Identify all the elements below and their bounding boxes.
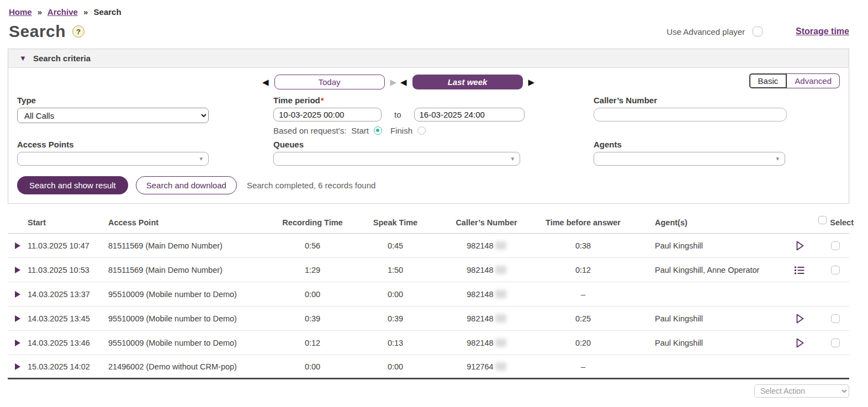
play-outline-icon[interactable]: [793, 336, 806, 350]
queues-label: Queues: [273, 140, 520, 149]
finish-radio[interactable]: [417, 126, 426, 135]
row-agents: Paul Kingshill: [633, 339, 776, 347]
table-row: 14.03.2025 13:45 95510009 (Mobile number…: [8, 306, 849, 331]
chevron-down-icon: ▾: [776, 155, 779, 162]
chevron-down-icon: ▾: [199, 155, 203, 162]
row-start: 14.03.2025 13:45: [28, 314, 108, 323]
row-time-before-answer: 0:38: [533, 241, 633, 250]
search-status-text: Search completed, 6 records found: [247, 181, 375, 190]
last-week-button[interactable]: Last week: [412, 75, 523, 89]
required-mark: *: [321, 96, 324, 105]
row-start: 11.03.2025 10:53: [28, 266, 108, 274]
week-next-icon[interactable]: ▶: [528, 78, 535, 86]
row-select-checkbox[interactable]: [831, 266, 840, 274]
callers-number-input[interactable]: [594, 108, 787, 121]
breadcrumb-home-link[interactable]: Home: [9, 7, 32, 17]
row-agents: Paul Kingshill: [633, 241, 776, 250]
play-icon[interactable]: [15, 340, 20, 346]
row-recording-time: 0:12: [274, 339, 351, 347]
row-speak-time: 0:00: [351, 362, 440, 371]
row-time-before-answer: 0:12: [533, 266, 633, 274]
week-nav: ◀ Last week ▶: [400, 72, 534, 91]
access-points-select[interactable]: ▾: [17, 152, 209, 166]
row-recording-time: 0:39: [274, 314, 351, 323]
start-radio-label: Start: [351, 126, 369, 135]
queues-select[interactable]: ▾: [273, 152, 520, 166]
col-recording-time: Recording Time: [274, 218, 351, 227]
row-access-point: 95510009 (Mobile number to Demo): [108, 290, 274, 299]
breadcrumb-separator: »: [38, 7, 42, 17]
row-access-point: 95510009 (Mobile number to Demo): [108, 339, 274, 347]
play-outline-icon[interactable]: [793, 239, 806, 252]
col-agents: Agent(s): [633, 218, 776, 227]
redacted-digits: [495, 314, 506, 323]
agents-select[interactable]: ▾: [594, 152, 785, 166]
play-icon[interactable]: [15, 363, 20, 370]
table-row: 14.03.2025 13:46 95510009 (Mobile number…: [8, 331, 849, 355]
breadcrumb-archive-link[interactable]: Archive: [47, 7, 78, 17]
table-row: 15.03.2025 14:02 21496002 (Demo without …: [8, 355, 849, 379]
search-criteria-header[interactable]: ▼ Search criteria: [8, 49, 849, 68]
use-advanced-player-label: Use Advanced player: [666, 27, 745, 36]
row-speak-time: 0:13: [351, 339, 440, 347]
play-icon[interactable]: [15, 242, 20, 249]
row-select-checkbox[interactable]: [831, 241, 840, 250]
chevron-down-icon: ▾: [511, 155, 514, 162]
play-icon[interactable]: [15, 291, 20, 298]
table-header: Start Access Point Recording Time Speak …: [8, 212, 849, 234]
basic-button[interactable]: Basic: [749, 73, 787, 88]
week-prev-icon[interactable]: ◀: [400, 78, 407, 86]
select-all-checkbox[interactable]: [818, 216, 827, 224]
mode-toggle: Basic Advanced: [749, 73, 840, 88]
day-prev-icon[interactable]: ◀: [262, 78, 269, 86]
row-recording-time: 0:00: [274, 362, 351, 371]
row-start: 11.03.2025 10:47: [28, 241, 108, 250]
search-download-button[interactable]: Search and download: [136, 176, 237, 194]
row-recording-time: 1:29: [274, 266, 351, 274]
col-access-point: Access Point: [108, 218, 274, 227]
table-row: 11.03.2025 10:47 81511569 (Main Demo Num…: [8, 234, 849, 258]
row-time-before-answer: –: [533, 290, 633, 299]
use-advanced-player-checkbox[interactable]: [753, 27, 763, 36]
play-outline-icon[interactable]: [793, 312, 806, 325]
col-speak-time: Speak Time: [351, 218, 440, 227]
redacted-digits: [495, 362, 506, 371]
time-period-label: Time period: [273, 96, 320, 105]
row-select-checkbox[interactable]: [831, 339, 840, 347]
row-time-before-answer: 0:20: [533, 339, 633, 347]
access-points-label: Access Points: [17, 140, 209, 149]
row-access-point: 81511569 (Main Demo Number): [108, 266, 274, 274]
advanced-button[interactable]: Advanced: [787, 73, 840, 88]
help-icon[interactable]: ?: [72, 25, 84, 38]
today-button[interactable]: Today: [274, 75, 385, 89]
storage-time-link[interactable]: Storage time: [796, 27, 849, 36]
col-time-before-answer: Time before answer: [533, 218, 633, 227]
time-from-input[interactable]: [273, 108, 382, 121]
row-recording-time: 0:56: [274, 241, 351, 250]
table-row: 11.03.2025 10:53 81511569 (Main Demo Num…: [8, 258, 849, 282]
playlist-icon[interactable]: [793, 263, 806, 277]
row-access-point: 81511569 (Main Demo Number): [108, 241, 274, 250]
day-next-icon: ▶: [390, 78, 397, 86]
row-callers-number: 982148: [440, 290, 533, 299]
row-speak-time: 0:45: [351, 241, 440, 250]
play-icon[interactable]: [15, 315, 20, 322]
row-select-checkbox[interactable]: [831, 314, 840, 323]
breadcrumb-separator: »: [83, 7, 88, 17]
type-select[interactable]: All Calls: [17, 108, 209, 123]
finish-radio-label: Finish: [390, 126, 412, 135]
col-start: Start: [28, 218, 108, 227]
time-to-input[interactable]: [414, 108, 525, 121]
row-start: 14.03.2025 13:37: [28, 290, 108, 299]
start-radio[interactable]: [374, 126, 382, 135]
search-show-result-button[interactable]: Search and show result: [17, 176, 128, 194]
play-icon[interactable]: [15, 267, 20, 273]
row-callers-number: 982148: [440, 339, 533, 347]
search-criteria-panel: ▼ Search criteria ◀ Today ▶ ◀ Last week …: [8, 49, 849, 204]
row-access-point: 21496002 (Demo without CRM-pop): [108, 362, 274, 371]
row-speak-time: 0:00: [351, 290, 440, 299]
select-action-dropdown[interactable]: Select Action: [754, 384, 849, 398]
redacted-digits: [495, 266, 506, 274]
col-callers-number: Caller’s Number: [440, 218, 533, 227]
day-nav: ◀ Today ▶: [262, 72, 396, 91]
